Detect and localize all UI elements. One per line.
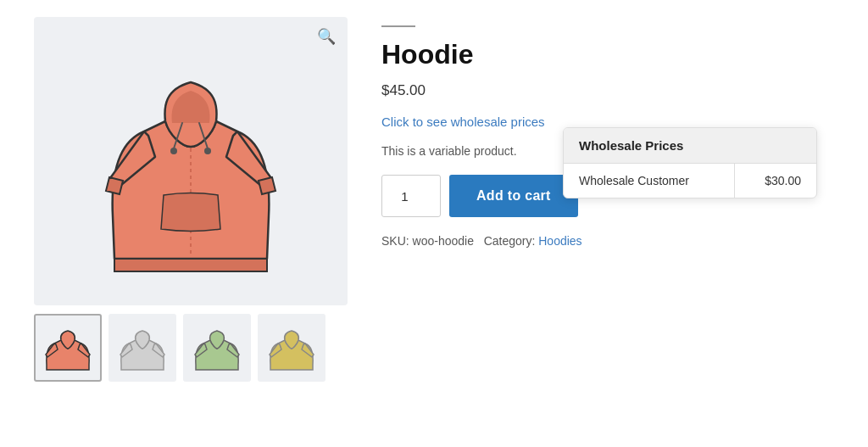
- main-image: 🔍: [34, 17, 348, 305]
- product-meta: SKU: woo-hoodie Category: Hoodies: [381, 234, 834, 248]
- thumbnail-row: [34, 314, 348, 382]
- product-gallery: 🔍: [34, 17, 348, 382]
- product-image: [97, 47, 284, 276]
- product-page: 🔍: [0, 0, 868, 399]
- sku-label: SKU:: [381, 234, 409, 248]
- category-link[interactable]: Hoodies: [538, 234, 581, 248]
- wholesale-price: $30.00: [735, 164, 816, 198]
- wholesale-table: Wholesale Customer $30.00: [564, 163, 816, 198]
- quantity-input[interactable]: [381, 175, 441, 217]
- thumbnail-2[interactable]: [108, 314, 176, 382]
- wholesale-link[interactable]: Click to see wholesale prices: [381, 115, 545, 129]
- thumbnail-4[interactable]: [258, 314, 326, 382]
- category-label: Category:: [484, 234, 536, 248]
- product-info: Hoodie $45.00 Click to see wholesale pri…: [381, 17, 834, 248]
- add-to-cart-button[interactable]: Add to cart: [449, 175, 578, 217]
- product-title: Hoodie: [381, 39, 834, 70]
- thumbnail-1[interactable]: [34, 314, 102, 382]
- product-price: $45.00: [381, 82, 834, 99]
- wholesale-popup: Wholesale Prices Wholesale Customer $30.…: [563, 127, 817, 198]
- wholesale-popup-header: Wholesale Prices: [564, 128, 816, 163]
- zoom-icon[interactable]: 🔍: [317, 27, 336, 46]
- sku-value: woo-hoodie: [413, 234, 474, 248]
- svg-point-3: [204, 148, 211, 154]
- product-divider: [381, 25, 415, 27]
- svg-point-2: [170, 148, 177, 154]
- wholesale-row: Wholesale Customer $30.00: [564, 164, 816, 198]
- wholesale-role: Wholesale Customer: [564, 164, 735, 198]
- thumbnail-3[interactable]: [183, 314, 251, 382]
